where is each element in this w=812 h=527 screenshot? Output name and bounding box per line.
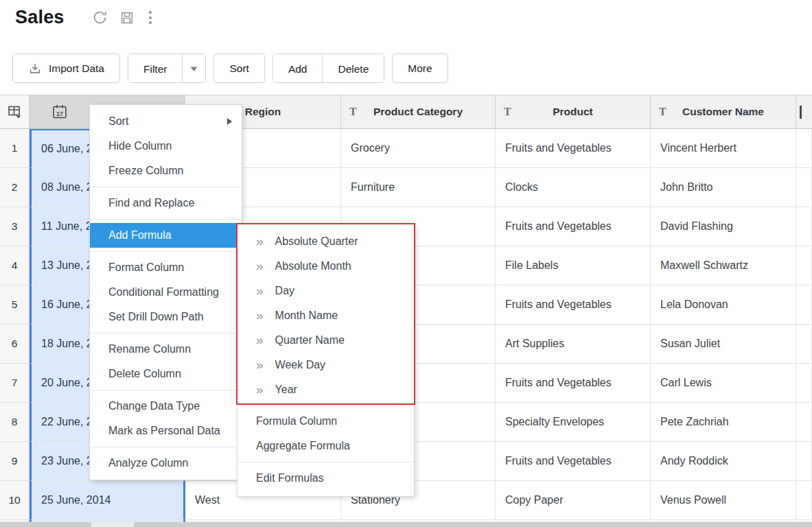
add-button[interactable]: Add xyxy=(273,54,323,83)
submenu-spacer xyxy=(237,402,414,409)
cell-customer[interactable]: Maxwell Schwartz xyxy=(651,246,796,285)
cell-customer[interactable]: Carl Lewis xyxy=(651,364,796,403)
cell-date[interactable]: 25 June, 2014 xyxy=(30,481,185,520)
cell-customer[interactable]: Susan Juliet xyxy=(651,325,796,364)
cell-product-text: Copy Paper xyxy=(505,494,564,506)
more-button[interactable]: More xyxy=(392,54,448,83)
cell-customer[interactable]: Lela Donovan xyxy=(651,285,796,325)
row-number-cell[interactable]: 1 xyxy=(0,129,30,168)
filter-button[interactable]: Filter xyxy=(128,54,182,83)
cell-product[interactable]: Clocks xyxy=(496,168,651,207)
row-number-cell[interactable]: 9 xyxy=(0,442,30,481)
menu-item-label: Format Column xyxy=(108,261,184,274)
submenu-item-aggregate-formula[interactable]: Aggregate Formula xyxy=(237,434,414,458)
submenu-item-label: Absolute Quarter xyxy=(275,235,358,248)
cell-product[interactable]: Fruits and Vegetables xyxy=(496,207,651,246)
row-number-cell[interactable]: 7 xyxy=(0,364,30,403)
menu-item-delete-column[interactable]: Delete Column xyxy=(90,362,242,386)
row-number: 9 xyxy=(12,455,18,467)
cell-customer[interactable]: John Britto xyxy=(651,168,796,207)
cell-product[interactable]: Fruits and Vegetables xyxy=(496,129,651,168)
menu-item-hide-column[interactable]: Hide Column xyxy=(90,134,242,159)
import-data-button[interactable]: Import Data xyxy=(12,54,120,83)
cell-customer[interactable]: Venus Powell xyxy=(651,481,796,520)
cell-product[interactable]: File Labels xyxy=(496,246,651,285)
column-header-customer[interactable]: TCustomer Name xyxy=(651,95,796,129)
cell-customer[interactable]: Vincent Herbert xyxy=(651,129,796,168)
menu-item-format-column[interactable]: Format Column xyxy=(90,255,242,280)
submenu-item-edit-formulas[interactable]: Edit Formulas xyxy=(237,466,414,491)
delete-label: Delete xyxy=(338,63,369,75)
menu-item-add-formula[interactable]: Add Formula xyxy=(90,223,242,248)
cell-product[interactable]: Art Supplies xyxy=(496,325,651,364)
save-icon[interactable] xyxy=(119,10,135,25)
submenu-item-year[interactable]: »Year xyxy=(237,377,414,402)
sort-label: Sort xyxy=(229,62,248,75)
menu-item-mark-as-personal-data[interactable]: Mark as Personal Data xyxy=(90,419,242,443)
add-formula-submenu: »Absolute Quarter»Absolute Month»Day»Mon… xyxy=(237,224,415,497)
submenu-item-quarter-name[interactable]: »Quarter Name xyxy=(237,328,414,353)
column-header-category[interactable]: TProduct Category xyxy=(341,95,496,129)
delete-button[interactable]: Delete xyxy=(322,54,384,83)
submenu-item-label: Day xyxy=(275,285,294,297)
add-label: Add xyxy=(288,63,308,75)
cell-customer[interactable]: Pete Zachriah xyxy=(651,403,796,442)
menu-item-conditional-formatting[interactable]: Conditional Formatting xyxy=(90,280,242,305)
svg-text:17: 17 xyxy=(56,110,63,117)
cell-product[interactable]: Fruits and Vegetables xyxy=(496,364,651,403)
refresh-icon[interactable] xyxy=(92,10,108,25)
row-number-cell[interactable]: 5 xyxy=(0,285,30,325)
toolbar: Import Data Filter Sort Add Delete xyxy=(12,54,448,83)
menu-item-label: Find and Replace xyxy=(108,197,194,209)
kebab-menu-icon[interactable] xyxy=(146,10,154,25)
cell-customer[interactable]: David Flashing xyxy=(651,207,796,246)
menu-item-find-and-replace[interactable]: Find and Replace xyxy=(90,191,242,215)
cell-customer-text: Carl Lewis xyxy=(660,377,712,389)
menu-item-freeze-column[interactable]: Freeze Column xyxy=(90,159,242,183)
cell-product[interactable]: Specialty Envelopes xyxy=(496,403,651,442)
sort-button[interactable]: Sort xyxy=(213,54,264,83)
cell-product[interactable]: Fruits and Vegetables xyxy=(496,442,651,481)
menu-item-sort[interactable]: Sort xyxy=(90,109,242,134)
menu-item-label: Analyze Column xyxy=(108,457,189,469)
submenu-item-month-name[interactable]: »Month Name xyxy=(237,303,414,328)
cell-product-text: Art Supplies xyxy=(505,338,564,350)
submenu-item-absolute-month[interactable]: »Absolute Month xyxy=(237,254,414,279)
submenu-item-absolute-quarter[interactable]: »Absolute Quarter xyxy=(237,229,414,254)
scrollbar-thumb[interactable] xyxy=(91,522,134,527)
row-number-cell[interactable]: 3 xyxy=(0,207,30,246)
row-number-cell[interactable]: 10 xyxy=(0,481,30,520)
submenu-item-formula-column[interactable]: Formula Column xyxy=(237,409,414,434)
menu-item-change-data-type[interactable]: Change Data Type xyxy=(90,394,242,419)
menu-item-set-drill-down-path[interactable]: Set Drill Down Path xyxy=(90,305,242,329)
row-number-cell[interactable]: 8 xyxy=(0,403,30,442)
partial-column-icon xyxy=(800,106,802,119)
cell-next-partial xyxy=(796,481,812,520)
menu-item-label: Conditional Formatting xyxy=(108,286,219,298)
row-number-cell[interactable]: 6 xyxy=(0,325,30,364)
menu-item-analyze-column[interactable]: Analyze Column xyxy=(90,451,242,476)
select-all-corner[interactable] xyxy=(0,95,30,129)
row-number: 10 xyxy=(8,494,20,506)
column-header-product[interactable]: TProduct xyxy=(496,95,651,129)
cell-category[interactable]: Furniture xyxy=(341,168,496,207)
caret-down-icon xyxy=(190,67,198,72)
menu-divider xyxy=(237,462,414,462)
submenu-item-day[interactable]: »Day xyxy=(237,279,414,303)
submenu-item-week-day[interactable]: »Week Day xyxy=(237,353,414,377)
text-type-icon: T xyxy=(504,106,511,118)
cell-product[interactable]: Fruits and Vegetables xyxy=(496,285,651,325)
horizontal-scrollbar[interactable] xyxy=(0,522,812,527)
cell-product[interactable]: Copy Paper xyxy=(496,481,651,520)
filter-dropdown-button[interactable] xyxy=(182,54,205,83)
menu-item-label: Mark as Personal Data xyxy=(108,425,220,437)
menu-item-rename-column[interactable]: Rename Column xyxy=(90,337,242,362)
submenu-item-label: Formula Column xyxy=(256,415,337,428)
menu-item-label: Sort xyxy=(108,115,128,128)
column-header-next-partial[interactable] xyxy=(796,95,812,129)
cell-customer-text: Pete Zachriah xyxy=(660,416,729,428)
row-number-cell[interactable]: 4 xyxy=(0,246,30,285)
cell-category[interactable]: Grocery xyxy=(341,129,496,168)
cell-customer[interactable]: Andy Roddick xyxy=(651,442,796,481)
row-number-cell[interactable]: 2 xyxy=(0,168,30,207)
